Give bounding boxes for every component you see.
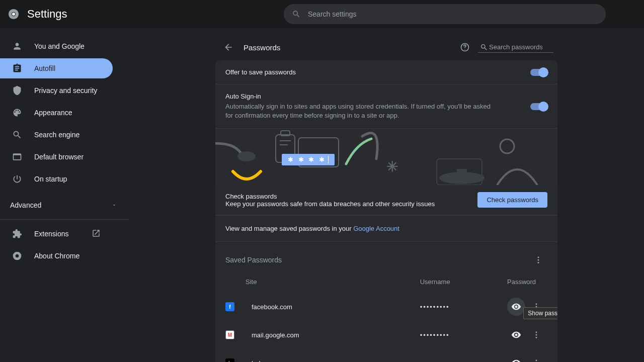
site-name[interactable]: hulu.com	[246, 359, 333, 362]
svg-point-2	[12, 13, 15, 16]
search-passwords-field[interactable]	[478, 42, 553, 53]
eye-icon	[511, 358, 521, 362]
column-password: Password	[507, 278, 527, 286]
sidebar-item-label: Appearance	[34, 109, 72, 117]
external-link-icon	[92, 229, 101, 239]
power-icon	[12, 174, 22, 184]
main-panel: Passwords Offer to save passwords	[129, 28, 644, 362]
top-bar: Settings	[0, 0, 644, 28]
sidebar: You and Google Autofill Privacy and secu…	[0, 28, 129, 362]
check-passwords-title: Check passwords	[225, 193, 477, 200]
chrome-icon	[12, 251, 22, 261]
sidebar-item-label: Extensions	[34, 230, 68, 238]
site-name[interactable]: facebook.com	[246, 303, 333, 311]
extension-icon	[12, 229, 22, 239]
eye-icon	[511, 330, 521, 340]
google-account-link[interactable]: Google Account	[353, 225, 399, 232]
offer-save-title: Offer to save passwords	[225, 68, 530, 76]
sidebar-item-default-browser[interactable]: Default browser	[0, 147, 113, 167]
search-settings-input[interactable]	[307, 10, 598, 19]
search-icon	[12, 130, 22, 140]
more-vert-icon	[534, 255, 543, 264]
help-button[interactable]	[456, 38, 474, 56]
breadcrumb-row: Passwords	[215, 34, 557, 60]
help-icon	[460, 42, 470, 52]
svg-point-17	[500, 139, 514, 153]
sidebar-item-label: About Chrome	[34, 252, 79, 260]
passwords-table-head: Site Username Password	[225, 271, 547, 293]
sidebar-item-on-startup[interactable]: On startup	[0, 169, 113, 189]
svg-point-19	[538, 259, 539, 261]
column-site: Site	[225, 278, 333, 286]
show-password-button[interactable]	[507, 298, 525, 316]
svg-point-26	[535, 337, 537, 338]
sidebar-item-extensions[interactable]: Extensions	[0, 224, 113, 244]
check-passwords-row: Check passwords Keep your passwords safe…	[215, 185, 557, 215]
palette-icon	[12, 108, 22, 118]
more-vert-icon	[532, 330, 541, 339]
sidebar-item-label: Search engine	[34, 131, 79, 139]
autosign-toggle[interactable]	[530, 103, 547, 110]
sidebar-advanced-toggle[interactable]: Advanced	[0, 195, 129, 215]
sidebar-item-autofill[interactable]: Autofill	[0, 58, 113, 78]
password-row: M mail.google.com •••••••••	[225, 321, 547, 349]
saved-passwords-more-button[interactable]	[529, 251, 547, 269]
settings-panel: Offer to save passwords Auto Sign-in Aut…	[215, 60, 557, 362]
sidebar-item-search-engine[interactable]: Search engine	[0, 125, 113, 145]
search-passwords-input[interactable]	[488, 43, 543, 51]
sidebar-divider	[0, 219, 129, 220]
password-row: h hulu.com ••••••••	[225, 349, 547, 362]
svg-point-21	[535, 304, 537, 305]
svg-point-20	[538, 262, 539, 263]
site-favicon: M	[225, 330, 234, 339]
check-passwords-sub: Keep your passwords safe from data breac…	[225, 200, 477, 208]
caret-down-icon	[112, 201, 117, 209]
svg-text:✳: ✳	[386, 159, 398, 174]
row-more-button[interactable]	[527, 354, 545, 362]
check-passwords-button[interactable]: Check passwords	[477, 192, 547, 208]
sidebar-item-appearance[interactable]: Appearance	[0, 103, 113, 123]
password-masked: ••••••••	[420, 359, 507, 362]
search-icon	[480, 43, 488, 51]
sidebar-item-you-and-google[interactable]: You and Google	[0, 36, 113, 56]
offer-save-row: Offer to save passwords	[215, 60, 557, 84]
chrome-logo-icon	[8, 9, 19, 20]
google-account-row: View and manage saved passwords in your …	[215, 216, 557, 242]
show-password-tooltip: Show password	[523, 307, 557, 319]
password-row: f facebook.com •••••••••	[225, 293, 547, 321]
show-password-button[interactable]	[507, 354, 525, 362]
advanced-label: Advanced	[10, 201, 41, 209]
autosign-row: Auto Sign-in Automatically sign in to si…	[215, 84, 557, 129]
app-title: Settings	[27, 8, 67, 21]
page-title: Passwords	[244, 43, 280, 52]
autosign-title: Auto Sign-in	[225, 93, 530, 100]
svg-point-4	[16, 254, 19, 258]
search-settings-field[interactable]	[284, 4, 606, 24]
site-favicon: h	[225, 358, 234, 362]
sidebar-item-label: Default browser	[34, 153, 84, 161]
back-button[interactable]	[219, 38, 237, 56]
sidebar-item-label: On startup	[34, 175, 67, 183]
illustration-password-field: ✱ ✱ ✱ ✱	[282, 154, 335, 165]
svg-rect-16	[457, 169, 467, 178]
svg-point-24	[535, 332, 537, 333]
svg-point-25	[535, 334, 537, 336]
password-masked: •••••••••	[420, 331, 507, 339]
sidebar-item-label: You and Google	[34, 42, 85, 50]
show-password-button[interactable]	[507, 326, 525, 344]
column-username: Username	[420, 278, 507, 286]
row-more-button[interactable]	[527, 326, 545, 344]
check-passwords-illustration: ✳ ✱ ✱ ✱ ✱	[215, 129, 557, 185]
svg-point-18	[538, 257, 539, 258]
password-masked: •••••••••	[420, 303, 507, 311]
google-account-text: View and manage saved passwords in your	[225, 225, 353, 232]
sidebar-item-about[interactable]: About Chrome	[0, 246, 113, 266]
arrow-left-icon	[223, 42, 233, 52]
saved-passwords-header: Saved Passwords	[215, 242, 557, 271]
person-icon	[12, 41, 22, 51]
sidebar-item-privacy-security[interactable]: Privacy and security	[0, 80, 113, 101]
passwords-table: Site Username Password f facebook.com ••…	[215, 271, 557, 362]
sidebar-item-label: Autofill	[34, 64, 55, 72]
offer-save-toggle[interactable]	[530, 69, 547, 76]
site-name[interactable]: mail.google.com	[246, 331, 333, 339]
